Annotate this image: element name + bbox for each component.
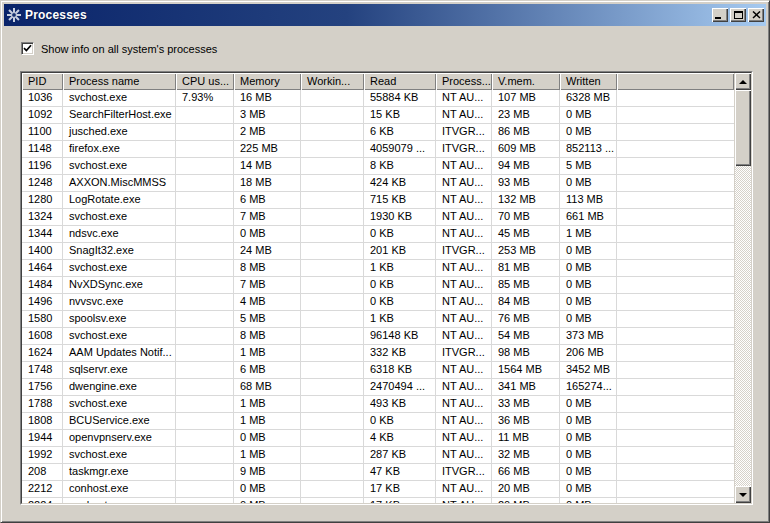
cell-vmem: 45 MB [492, 226, 560, 243]
cell-process: NT AU... [436, 107, 492, 124]
column-header-vmem[interactable]: V.mem. [492, 73, 560, 90]
cell-working [301, 260, 364, 277]
table-row[interactable]: 1748sqlservr.exe6 MB6318 KBNT AU...1564 … [22, 362, 734, 379]
table-row[interactable]: 1580spoolsv.exe5 MB1 KBNT AU...76 MB0 MB [22, 311, 734, 328]
table-row[interactable]: 1100jusched.exe2 MB6 KBITVGR...86 MB0 MB [22, 124, 734, 141]
cell-written: 0 MB [560, 498, 617, 503]
cell-name: spoolsv.exe [63, 311, 176, 328]
cell-cpu [176, 430, 234, 447]
cell-name: AAM Updates Notif... [63, 345, 176, 362]
table-row[interactable]: 2224conhost.exe0 MB17 KBNT AU...20 MB0 M… [22, 498, 734, 503]
cell-vmem: 66 MB [492, 464, 560, 481]
cell-working [301, 124, 364, 141]
table-row[interactable]: 1324svchost.exe7 MB1930 KBNT AU...70 MB6… [22, 209, 734, 226]
cell-name: conhost.exe [63, 481, 176, 498]
cell-process: NT AU... [436, 430, 492, 447]
table-row[interactable]: 1148firefox.exe225 MB4059079 ...ITVGR...… [22, 141, 734, 158]
cell-memory: 1 MB [234, 345, 301, 362]
cell-memory: 9 MB [234, 464, 301, 481]
cell-filler [617, 396, 734, 413]
column-header-name[interactable]: Process name [63, 73, 176, 90]
cell-filler [617, 362, 734, 379]
scrollbar-track[interactable] [735, 166, 751, 486]
table-row[interactable]: 208taskmgr.exe9 MB47 KBITVGR...66 MB0 MB [22, 464, 734, 481]
cell-written: 0 MB [560, 413, 617, 430]
table-row[interactable]: 1092SearchFilterHost.exe3 MB15 KBNT AU..… [22, 107, 734, 124]
cell-pid: 208 [22, 464, 63, 481]
cell-filler [617, 141, 734, 158]
cell-cpu [176, 464, 234, 481]
show-all-processes-checkbox[interactable] [21, 42, 34, 55]
column-header-read[interactable]: Read [364, 73, 436, 90]
cell-read: 287 KB [364, 447, 436, 464]
table-row[interactable]: 1464svchost.exe8 MB1 KBNT AU...81 MB0 MB [22, 260, 734, 277]
cell-memory: 14 MB [234, 158, 301, 175]
cell-cpu [176, 447, 234, 464]
column-header-memory[interactable]: Memory [234, 73, 301, 90]
close-button[interactable] [748, 8, 764, 22]
table-row[interactable]: 1344ndsvc.exe0 MB0 KBNT AU...45 MB1 MB [22, 226, 734, 243]
cell-read: 0 KB [364, 226, 436, 243]
scroll-up-button[interactable] [735, 73, 751, 90]
table-row[interactable]: 2212conhost.exe0 MB17 KBNT AU...20 MB0 M… [22, 481, 734, 498]
table-row[interactable]: 1992svchost.exe1 MB287 KBNT AU...32 MB0 … [22, 447, 734, 464]
cell-cpu [176, 481, 234, 498]
app-icon[interactable] [7, 8, 21, 22]
cell-memory: 8 MB [234, 260, 301, 277]
cell-filler [617, 464, 734, 481]
column-header-working[interactable]: Workin... [301, 73, 364, 90]
cell-working [301, 158, 364, 175]
table-row[interactable]: 1808BCUService.exe1 MB0 KBNT AU...36 MB0… [22, 413, 734, 430]
table-row[interactable]: 1944openvpnserv.exe0 MB4 KBNT AU...11 MB… [22, 430, 734, 447]
column-header-cpu[interactable]: CPU us... [176, 73, 234, 90]
titlebar[interactable]: Processes [4, 4, 766, 26]
table-row[interactable]: 1280LogRotate.exe6 MB715 KBNT AU...132 M… [22, 192, 734, 209]
vertical-scrollbar[interactable] [734, 73, 751, 503]
cell-read: 0 KB [364, 413, 436, 430]
column-header-written[interactable]: Written [560, 73, 617, 90]
cell-memory: 24 MB [234, 243, 301, 260]
table-row[interactable]: 1248AXXON.MiscMMSS18 MB424 KBNT AU...93 … [22, 175, 734, 192]
cell-read: 6318 KB [364, 362, 436, 379]
cell-cpu [176, 345, 234, 362]
table-row[interactable]: 1608svchost.exe8 MB96148 KBNT AU...54 MB… [22, 328, 734, 345]
cell-filler [617, 311, 734, 328]
table-row[interactable]: 1400SnagIt32.exe24 MB201 KBITVGR...253 M… [22, 243, 734, 260]
cell-written: 206 MB [560, 345, 617, 362]
cell-vmem: 93 MB [492, 175, 560, 192]
table-row[interactable]: 1756dwengine.exe68 MB2470494 ...NT AU...… [22, 379, 734, 396]
cell-vmem: 107 MB [492, 90, 560, 107]
cell-pid: 1992 [22, 447, 63, 464]
table-row[interactable]: 1624AAM Updates Notif...1 MB332 KBITVGR.… [22, 345, 734, 362]
cell-process: NT AU... [436, 192, 492, 209]
triangle-up-icon [739, 76, 747, 84]
cell-written: 113 MB [560, 192, 617, 209]
cell-process: ITVGR... [436, 464, 492, 481]
cell-written: 661 MB [560, 209, 617, 226]
cell-name: NvXDSync.exe [63, 277, 176, 294]
show-all-processes-label[interactable]: Show info on all system's processes [41, 43, 217, 55]
cell-read: 493 KB [364, 396, 436, 413]
cell-process: NT AU... [436, 396, 492, 413]
cell-filler [617, 379, 734, 396]
table-row[interactable]: 1788svchost.exe1 MB493 KBNT AU...33 MB0 … [22, 396, 734, 413]
cell-working [301, 243, 364, 260]
table-row[interactable]: 1484NvXDSync.exe7 MB0 KBNT AU...85 MB0 M… [22, 277, 734, 294]
cell-memory: 2 MB [234, 124, 301, 141]
cell-vmem: 81 MB [492, 260, 560, 277]
column-header-pid[interactable]: PID [22, 73, 63, 90]
cell-written: 0 MB [560, 447, 617, 464]
scrollbar-thumb[interactable] [735, 90, 751, 166]
minimize-button[interactable] [712, 8, 728, 22]
table-row[interactable]: 1196svchost.exe14 MB8 KBNT AU...94 MB5 M… [22, 158, 734, 175]
table-row[interactable]: 1036svchost.exe7.93%16 MB55884 KBNT AU..… [22, 90, 734, 107]
cell-name: svchost.exe [63, 90, 176, 107]
maximize-button[interactable] [730, 8, 746, 22]
cell-written: 0 MB [560, 294, 617, 311]
table-row[interactable]: 1496nvvsvc.exe4 MB0 KBNT AU...84 MB0 MB [22, 294, 734, 311]
scroll-down-button[interactable] [735, 486, 751, 503]
cell-read: 17 KB [364, 498, 436, 503]
cell-filler [617, 277, 734, 294]
cell-read: 2470494 ... [364, 379, 436, 396]
column-header-process[interactable]: Process... [436, 73, 492, 90]
